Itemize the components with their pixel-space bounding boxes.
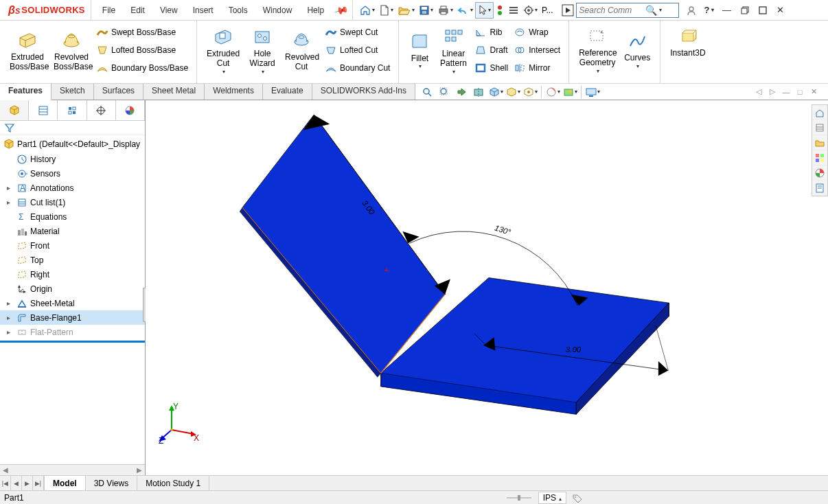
- wrap-button[interactable]: Wrap: [511, 23, 563, 41]
- doc-min-button[interactable]: —: [780, 87, 792, 98]
- view-orientation-icon[interactable]: ▾: [488, 85, 503, 99]
- tree-item-top[interactable]: Top: [0, 253, 145, 267]
- feature-tree-tab[interactable]: [0, 100, 29, 120]
- revolved-cut-button[interactable]: Revolved Cut: [281, 27, 322, 73]
- extruded-boss-button[interactable]: Extruded Boss/Base: [5, 27, 49, 73]
- extruded-cut-button[interactable]: Extruded Cut▾: [203, 24, 244, 76]
- status-tags-icon[interactable]: [572, 493, 583, 503]
- sw-resources-icon[interactable]: [812, 105, 827, 120]
- dimxpert-tab[interactable]: [87, 100, 116, 120]
- tree-rollback-bar[interactable]: [0, 341, 145, 343]
- tree-item-sheet-metal[interactable]: ▸Sheet-Metal: [0, 296, 145, 310]
- tab-prev-button[interactable]: ◀: [11, 476, 22, 490]
- design-library-icon[interactable]: [812, 120, 827, 135]
- prev-view-icon[interactable]: [454, 85, 469, 99]
- hole-wizard-button[interactable]: Hole Wizard▾: [244, 24, 281, 76]
- tab-sketch[interactable]: Sketch: [51, 84, 94, 100]
- restore-button[interactable]: [738, 3, 752, 17]
- lofted-cut-button[interactable]: Lofted Cut: [322, 41, 393, 59]
- tree-item-front[interactable]: Front: [0, 238, 145, 253]
- tab-surfaces[interactable]: Surfaces: [94, 84, 143, 100]
- tree-item-equations[interactable]: ΣEquations: [0, 209, 145, 224]
- command-play-button[interactable]: [560, 2, 576, 19]
- intersect-button[interactable]: Intersect: [511, 41, 563, 59]
- view-settings-icon[interactable]: ▾: [585, 85, 600, 99]
- tree-item-material-not-specified-[interactable]: Material: [0, 224, 145, 238]
- view-palette-icon[interactable]: [812, 150, 827, 165]
- zoom-fit-icon[interactable]: [419, 85, 435, 99]
- tree-item-flat-pattern[interactable]: ▸Flat-Pattern: [0, 325, 145, 339]
- tab-weldments[interactable]: Weldments: [205, 84, 263, 100]
- search-dropdown[interactable]: ▾: [659, 7, 662, 13]
- file-explorer-icon[interactable]: [812, 135, 827, 150]
- instant3d-button[interactable]: Instant3D: [666, 23, 709, 59]
- tree-item-annotations[interactable]: ▸AAnnotations: [0, 181, 145, 195]
- tree-item-cut-list-1-[interactable]: ▸Cut list(1): [0, 195, 145, 209]
- menu-edit[interactable]: Edit: [124, 3, 152, 18]
- rebuild-button[interactable]: [494, 2, 506, 19]
- user-button[interactable]: [685, 3, 698, 17]
- appearances-icon[interactable]: [812, 165, 827, 181]
- config-tab[interactable]: [58, 100, 87, 120]
- doc-next-button[interactable]: ▷: [766, 87, 779, 98]
- draft-button[interactable]: Draft: [472, 41, 511, 59]
- doc-prev-button[interactable]: ◁: [752, 87, 765, 98]
- pin-icon[interactable]: 📌: [333, 2, 349, 17]
- status-zoom-slider[interactable]: [505, 494, 533, 502]
- tree-item-origin[interactable]: Origin: [0, 282, 145, 296]
- help-button[interactable]: ?▾: [702, 3, 716, 17]
- graphics-area[interactable]: + 3.00 130° 3.00: [146, 100, 828, 475]
- property-tab[interactable]: [29, 100, 58, 120]
- swept-cut-button[interactable]: Swept Cut: [322, 23, 393, 41]
- minimize-button[interactable]: —: [720, 3, 734, 17]
- linear-pattern-button[interactable]: Linear Pattern▾: [435, 24, 472, 76]
- open-button[interactable]: ▾: [395, 2, 417, 19]
- search-box[interactable]: 🔍 ▾: [576, 3, 679, 18]
- view-triad[interactable]: Y X Z: [158, 402, 199, 444]
- tree-item-sensors[interactable]: Sensors: [0, 166, 145, 181]
- boundary-cut-button[interactable]: Boundary Cut: [322, 59, 393, 77]
- tab-first-button[interactable]: |◀: [0, 476, 11, 490]
- tree-root[interactable]: Part1 (Default<<Default>_Display: [0, 137, 145, 152]
- zoom-area-icon[interactable]: [437, 85, 452, 99]
- custom-props-icon[interactable]: [812, 181, 827, 196]
- menu-window[interactable]: Window: [256, 3, 299, 18]
- menu-view[interactable]: View: [153, 3, 185, 18]
- fillet-button[interactable]: Fillet▾: [404, 29, 435, 71]
- panel-hscroll[interactable]: ◀▶: [0, 464, 145, 475]
- dim-2[interactable]: 3.00: [566, 345, 582, 354]
- shell-button[interactable]: Shell: [472, 59, 511, 77]
- menu-file[interactable]: File: [95, 3, 122, 18]
- rib-button[interactable]: Rib: [472, 23, 511, 41]
- tab-motion-study[interactable]: Motion Study 1: [137, 476, 209, 490]
- curves-button[interactable]: Curves▾: [620, 28, 654, 71]
- dim-angle[interactable]: 130°: [494, 224, 512, 237]
- close-button[interactable]: ✕: [774, 3, 787, 17]
- tab-model[interactable]: Model: [45, 476, 86, 490]
- save-button[interactable]: ▾: [417, 2, 435, 19]
- section-view-icon[interactable]: [471, 85, 486, 99]
- search-input[interactable]: [577, 5, 645, 15]
- maximize-button[interactable]: [756, 3, 770, 17]
- appearance-tab[interactable]: [116, 100, 145, 120]
- tree-item-base-flange1[interactable]: ▸Base-Flange1: [0, 310, 145, 325]
- apply-scene-icon[interactable]: ▾: [562, 85, 577, 99]
- tab-features[interactable]: Features: [0, 84, 51, 100]
- tree-item-right[interactable]: Right: [0, 267, 145, 282]
- options-list-button[interactable]: [506, 2, 521, 19]
- tab-3dviews[interactable]: 3D Views: [86, 476, 137, 490]
- print-button[interactable]: ▾: [435, 2, 455, 19]
- edit-appearance-icon[interactable]: ▾: [545, 85, 560, 99]
- revolved-boss-button[interactable]: Revolved Boss/Base: [49, 27, 93, 73]
- settings-button[interactable]: ▾: [521, 2, 540, 19]
- mirror-button[interactable]: Mirror: [511, 59, 563, 77]
- swept-boss-button[interactable]: Swept Boss/Base: [93, 23, 191, 41]
- doc-max-button[interactable]: □: [794, 87, 806, 98]
- menu-help[interactable]: Help: [300, 3, 331, 18]
- display-style-icon[interactable]: ▾: [505, 85, 520, 99]
- menu-tools[interactable]: Tools: [222, 3, 255, 18]
- undo-button[interactable]: ▾: [455, 2, 475, 19]
- boundary-boss-button[interactable]: Boundary Boss/Base: [93, 59, 191, 77]
- tab-sheet-metal[interactable]: Sheet Metal: [143, 84, 205, 100]
- new-button[interactable]: ▾: [377, 2, 395, 19]
